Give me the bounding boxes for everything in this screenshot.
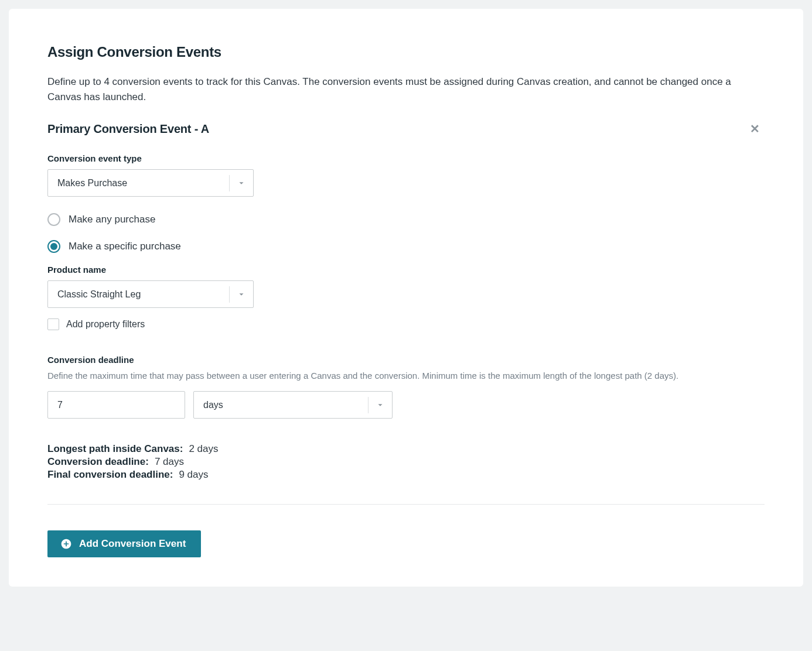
add-conversion-event-button[interactable]: Add Conversion Event xyxy=(47,530,201,557)
product-section: Product name Classic Straight Leg Add pr… xyxy=(47,265,765,330)
product-label: Product name xyxy=(47,265,765,275)
conversion-events-card: Assign Conversion Events Define up to 4 … xyxy=(9,9,803,587)
radio-icon-selected xyxy=(47,240,60,253)
deadline-value-input[interactable] xyxy=(47,391,185,419)
page-title: Assign Conversion Events xyxy=(47,44,765,60)
radio-icon xyxy=(47,213,60,226)
product-select[interactable]: Classic Straight Leg xyxy=(47,280,254,308)
radio-inner-dot xyxy=(50,243,57,250)
add-button-label: Add Conversion Event xyxy=(79,538,186,550)
deadline-help: Define the maximum time that may pass be… xyxy=(47,371,765,381)
deadline-unit-value: days xyxy=(194,400,368,410)
deadline-label: Conversion deadline xyxy=(47,355,765,365)
radio-any-purchase[interactable]: Make any purchase xyxy=(47,213,765,226)
deadline-inputs: days xyxy=(47,391,765,419)
product-value: Classic Straight Leg xyxy=(48,289,229,300)
event-type-group: Conversion event type Makes Purchase xyxy=(47,153,765,197)
chevron-down-icon xyxy=(230,179,253,187)
plus-circle-icon xyxy=(60,538,72,550)
summary-final-label: Final conversion deadline: xyxy=(47,469,173,481)
event-type-label: Conversion event type xyxy=(47,153,765,163)
deadline-unit-select[interactable]: days xyxy=(193,391,393,419)
summary-final-deadline: Final conversion deadline: 9 days xyxy=(47,469,765,481)
chevron-down-icon xyxy=(230,290,253,299)
summary-deadline-label: Conversion deadline: xyxy=(47,456,149,468)
summary-conversion-deadline: Conversion deadline: 7 days xyxy=(47,456,765,468)
event-type-select[interactable]: Makes Purchase xyxy=(47,169,254,197)
page-description: Define up to 4 conversion events to trac… xyxy=(47,74,765,104)
add-filters-checkbox[interactable]: Add property filters xyxy=(47,318,765,330)
chevron-down-icon xyxy=(369,401,392,409)
summary-longest-value: 2 days xyxy=(189,443,218,455)
radio-any-label: Make any purchase xyxy=(69,214,155,225)
event-header: Primary Conversion Event - A ✕ xyxy=(47,121,765,137)
deadline-section: Conversion deadline Define the maximum t… xyxy=(47,355,765,419)
radio-specific-label: Make a specific purchase xyxy=(69,241,181,252)
checkbox-icon xyxy=(47,318,59,330)
summary-deadline-value: 7 days xyxy=(155,456,184,468)
summary-longest-path: Longest path inside Canvas: 2 days xyxy=(47,443,765,455)
radio-specific-purchase[interactable]: Make a specific purchase xyxy=(47,240,765,253)
summary-section: Longest path inside Canvas: 2 days Conve… xyxy=(47,443,765,481)
divider xyxy=(47,504,765,505)
close-icon[interactable]: ✕ xyxy=(745,121,765,137)
event-type-value: Makes Purchase xyxy=(48,178,229,189)
summary-longest-label: Longest path inside Canvas: xyxy=(47,443,183,455)
filters-label: Add property filters xyxy=(66,319,145,330)
event-title: Primary Conversion Event - A xyxy=(47,122,209,136)
summary-final-value: 9 days xyxy=(179,469,208,481)
